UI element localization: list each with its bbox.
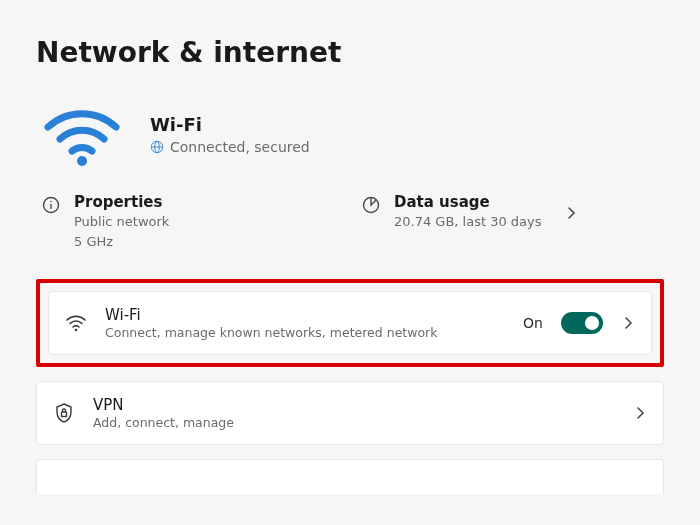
svg-rect-9 xyxy=(62,412,67,417)
wifi-icon xyxy=(42,99,122,169)
chevron-right-icon xyxy=(633,406,647,420)
chevron-right-icon xyxy=(621,316,635,330)
next-settings-row[interactable] xyxy=(36,459,664,494)
wifi-row-title: Wi-Fi xyxy=(105,306,505,324)
properties-network-type: Public network xyxy=(74,213,169,231)
svg-point-6 xyxy=(50,201,52,203)
data-usage-detail: 20.74 GB, last 30 days xyxy=(394,213,542,231)
svg-point-8 xyxy=(75,329,78,332)
data-usage-title: Data usage xyxy=(394,193,542,211)
properties-button[interactable]: Properties Public network 5 GHz xyxy=(42,193,338,251)
wifi-toggle-label: On xyxy=(523,315,543,331)
vpn-row-title: VPN xyxy=(93,396,615,414)
connection-name: Wi-Fi xyxy=(150,114,310,135)
wifi-settings-row[interactable]: Wi-Fi Connect, manage known networks, me… xyxy=(48,291,652,355)
connection-summary: Wi-Fi Connected, secured xyxy=(36,99,664,169)
chevron-right-icon xyxy=(564,205,578,219)
data-usage-button[interactable]: Data usage 20.74 GB, last 30 days xyxy=(362,193,658,231)
highlight-annotation: Wi-Fi Connect, manage known networks, me… xyxy=(36,279,664,367)
wifi-small-icon xyxy=(65,312,87,334)
info-icon xyxy=(42,196,60,214)
vpn-row-subtitle: Add, connect, manage xyxy=(93,415,615,430)
properties-title: Properties xyxy=(74,193,169,211)
page-title: Network & internet xyxy=(36,36,664,69)
vpn-settings-row[interactable]: VPN Add, connect, manage xyxy=(36,381,664,445)
globe-icon xyxy=(150,140,164,154)
shield-lock-icon xyxy=(53,402,75,424)
properties-band: 5 GHz xyxy=(74,233,169,251)
wifi-toggle[interactable] xyxy=(561,312,603,334)
wifi-row-subtitle: Connect, manage known networks, metered … xyxy=(105,325,505,340)
pie-chart-icon xyxy=(362,196,380,214)
connection-status: Connected, secured xyxy=(170,139,310,155)
svg-point-0 xyxy=(77,156,87,166)
